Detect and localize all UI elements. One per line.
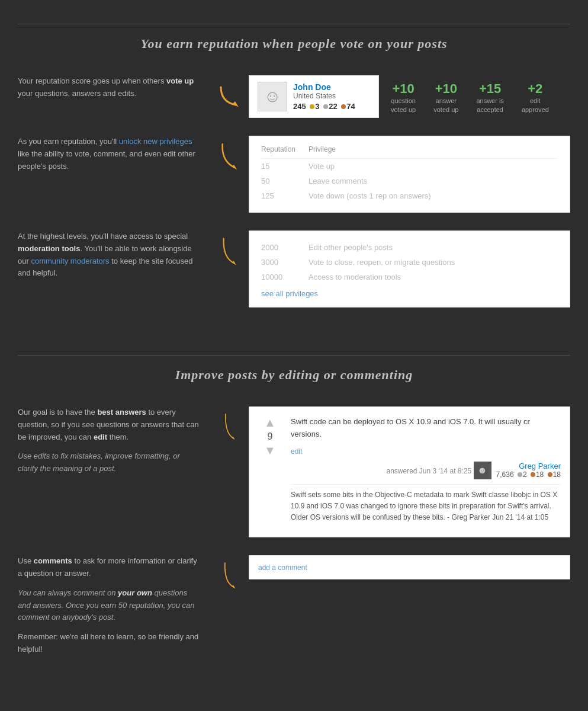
reputation-row: Your reputation score goes up when other… bbox=[18, 75, 570, 118]
arrow4 bbox=[213, 406, 249, 445]
reputation-right: ☺ John Doe United States 245 3 22 74 bbox=[249, 75, 570, 118]
avatar: ☺ bbox=[258, 82, 287, 111]
friendly-text: Remember: we're all here to learn, so be… bbox=[18, 631, 201, 656]
mod-label-edit: Edit other people's posts bbox=[309, 240, 558, 255]
answerer-details: Greg Parker 7,636 2 18 18 bbox=[496, 462, 561, 479]
table-row: 50 Leave comments bbox=[261, 174, 558, 188]
rep-question-label: questionvoted up bbox=[391, 97, 416, 115]
answerer-bronze-count2: 18 bbox=[553, 470, 561, 479]
intro-text-start: Your reputation score goes up when other… bbox=[18, 76, 166, 85]
profile-score: 245 3 22 74 bbox=[293, 102, 355, 111]
section1-title: You earn reputation when people vote on … bbox=[0, 36, 588, 52]
edit-link[interactable]: edit bbox=[291, 447, 302, 456]
edit-intro-start: Our goal is to have the bbox=[18, 408, 97, 417]
vote-up-arrow[interactable]: ▲ bbox=[264, 416, 276, 430]
reputation-intro-text: Your reputation score goes up when other… bbox=[18, 75, 213, 100]
rep-points-row: +10 questionvoted up +10 answervoted up … bbox=[391, 75, 549, 115]
vote-count: 9 bbox=[268, 431, 273, 442]
moderation-intro-text: At the highest levels, you'll have acces… bbox=[18, 230, 213, 280]
score-value: 245 bbox=[293, 102, 306, 111]
rep-answer-label: answervoted up bbox=[433, 97, 458, 115]
mod-intro-start: At the highest levels, you'll have acces… bbox=[18, 232, 188, 241]
answerer-silver-count: 2 bbox=[523, 470, 527, 479]
edit-italic: Use edits to fix mistakes, improve forma… bbox=[18, 450, 201, 475]
curved-arrow5-icon bbox=[215, 561, 248, 594]
bronze-badge-dot bbox=[341, 104, 346, 109]
table-row: 2000 Edit other people's posts bbox=[261, 240, 558, 255]
mod-rep-2000: 2000 bbox=[261, 240, 309, 255]
priv-label-vote-down: Vote down (costs 1 rep on answers) bbox=[309, 188, 558, 203]
edit-intro-end: them. bbox=[107, 433, 128, 441]
your-own-bold: your own bbox=[118, 588, 152, 597]
table-row: 3000 Vote to close, reopen, or migrate q… bbox=[261, 255, 558, 270]
intro-text-end: your questions, answers and edits. bbox=[18, 89, 136, 98]
curved-arrow-icon bbox=[215, 81, 248, 114]
answer-content-row: ▲ 9 ▼ Swift code can be deployed to OS X… bbox=[258, 416, 561, 528]
priv-label-vote-up: Vote up bbox=[309, 159, 558, 174]
add-comment-link[interactable]: add a comment bbox=[258, 563, 307, 572]
profile-name[interactable]: John Doe bbox=[293, 82, 355, 92]
section-divider bbox=[18, 355, 570, 356]
mod-rep-10000: 10000 bbox=[261, 270, 309, 284]
table-row: 15 Vote up bbox=[261, 159, 558, 174]
vote-down-arrow[interactable]: ▼ bbox=[264, 444, 276, 457]
profile-card: ☺ John Doe United States 245 3 22 74 bbox=[249, 75, 379, 118]
profile-info: John Doe United States 245 3 22 74 bbox=[293, 82, 355, 111]
editing-right: ▲ 9 ▼ Swift code can be deployed to OS X… bbox=[249, 406, 570, 537]
rep-question-voted-up: +10 questionvoted up bbox=[391, 81, 416, 115]
privileges-intro-text: As you earn reputation, you'll unlock ne… bbox=[18, 136, 213, 172]
add-comment-area: add a comment bbox=[249, 555, 570, 579]
answer-date: answered Jun 3 '14 at 8:25 bbox=[386, 467, 471, 475]
priv-rep-125: 125 bbox=[261, 188, 309, 203]
arrow5 bbox=[213, 555, 249, 594]
answerer-avatar: ☻ bbox=[474, 462, 491, 479]
answerer-bronze-dot1 bbox=[531, 472, 535, 477]
mod-bold: moderation tools bbox=[18, 244, 80, 253]
commenting-left-text: Use comments to ask for more information… bbox=[18, 555, 213, 656]
rep-edit-value: +2 bbox=[522, 81, 549, 97]
arrow3 bbox=[213, 230, 249, 269]
rep-edit-approved: +2 editapproved bbox=[522, 81, 549, 115]
italic2-start: You can always comment on bbox=[18, 588, 118, 597]
comment-content: Swift sets some bits in the Objective-C … bbox=[291, 491, 557, 521]
rep-answer-accepted: +15 answer isaccepted bbox=[476, 81, 503, 115]
moderation-row: At the highest levels, you'll have acces… bbox=[18, 230, 570, 308]
editing-intro: Our goal is to have the best answers to … bbox=[18, 406, 201, 443]
comment-text: Swift sets some bits in the Objective-C … bbox=[291, 484, 561, 529]
rep-answer-value: +10 bbox=[433, 81, 458, 97]
gold-badge-dot bbox=[310, 104, 314, 109]
rep-column-header: Reputation bbox=[261, 145, 309, 159]
section2-title: Improve posts by editing or commenting bbox=[0, 367, 588, 383]
unlock-privileges-link[interactable]: unlock new privileges bbox=[119, 137, 192, 146]
answerer-score-value: 7,636 bbox=[496, 470, 514, 479]
rep-answer-voted-up: +10 answervoted up bbox=[433, 81, 458, 115]
answerer-card: ☻ Greg Parker 7,636 2 18 18 bbox=[474, 462, 561, 479]
answerer-name[interactable]: Greg Parker bbox=[496, 462, 561, 470]
arrow1 bbox=[213, 75, 249, 114]
community-moderators-link[interactable]: community moderators bbox=[31, 257, 109, 265]
profile-location: United States bbox=[293, 92, 355, 100]
mod-rep-3000: 3000 bbox=[261, 255, 309, 270]
answerer-score: 7,636 2 18 18 bbox=[496, 470, 561, 479]
arrow2 bbox=[213, 136, 249, 174]
section2: Improve posts by editing or commenting O… bbox=[0, 367, 588, 691]
answerer-silver-dot bbox=[518, 472, 522, 477]
vote-controls: ▲ 9 ▼ bbox=[258, 416, 282, 457]
rep-accepted-label: answer isaccepted bbox=[476, 97, 503, 115]
answerer-avatar-icon: ☻ bbox=[477, 465, 487, 476]
avatar-icon: ☺ bbox=[264, 87, 281, 106]
priv-rep-15: 15 bbox=[261, 159, 309, 174]
editing-left-text: Our goal is to have the best answers to … bbox=[18, 406, 213, 475]
answer-card: ▲ 9 ▼ Swift code can be deployed to OS X… bbox=[249, 406, 570, 537]
privileges-row: As you earn reputation, you'll unlock ne… bbox=[18, 136, 570, 213]
curved-arrow2-icon bbox=[215, 142, 248, 174]
priv-column-header: Privilege bbox=[309, 145, 558, 159]
curved-arrow3-icon bbox=[215, 236, 248, 269]
table-row: 10000 Access to moderation tools bbox=[261, 270, 558, 284]
priv-rep-50: 50 bbox=[261, 174, 309, 188]
answerer-bronze-count1: 18 bbox=[536, 470, 544, 479]
see-all-privileges-link[interactable]: see all privileges bbox=[261, 289, 558, 298]
silver-count: 22 bbox=[329, 102, 337, 111]
mod-label-tools: Access to moderation tools bbox=[309, 270, 558, 284]
top-divider bbox=[18, 24, 570, 24]
